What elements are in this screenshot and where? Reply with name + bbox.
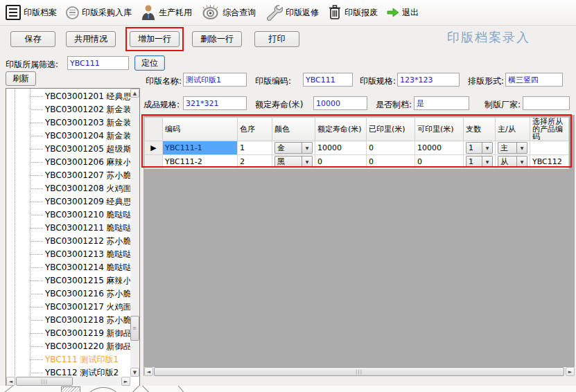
table-row[interactable]: ▶YBC111-11金▼100000100001▼主▼ [145,141,569,155]
toolbar-item-exit[interactable]: 退出 [387,7,419,19]
print-button[interactable]: 打印 [254,31,299,47]
scroll-left-icon[interactable]: ◄ [144,367,153,376]
tree-item[interactable]: YBC03001204 新金装老坛酸菜面 [6,130,130,143]
row-indicator-cell: ▶ [145,141,163,155]
tree-item[interactable]: YBC03001210 脆哒哒火鸡面55g [6,208,130,222]
toolbar-item-plate-repair[interactable]: 印版返修 [265,3,319,21]
printable-meters-cell[interactable]: 0 [415,155,464,169]
tree-item-label: YBC03001215 麻辣小龙虾55g15 [45,276,130,285]
toolbar-item-purchase-inbound[interactable]: 印版采购入库 [66,6,132,19]
tree-item[interactable]: YBC03001213 脆哒哒麻辣小龙虾 [6,248,130,261]
color-cell[interactable]: 黑▼ [272,155,315,169]
tree-item[interactable]: YBC03001202 新金装红烧牛肉面 [6,103,130,116]
chevron-down-icon[interactable]: ▼ [482,157,492,167]
toolbar-item-production-consumption[interactable]: 生产耗用 [141,4,192,21]
panel-horizontal-scrollbar[interactable]: ◄ ► ||| [144,367,575,376]
color-combo[interactable]: 黑▼ [274,156,313,168]
code-cell[interactable]: YBC111-1 [163,141,238,155]
chevron-down-icon[interactable]: ▼ [516,157,527,167]
scroll-down-icon[interactable]: ▼ [130,368,139,377]
tree-item[interactable]: YBC03001203 新金装香辣牛肉面 [6,116,130,130]
tree-item[interactable]: YBC03001208 火鸡面劲爆火鸡5 [6,182,130,195]
save-button[interactable]: 保存 [10,31,55,47]
tree-item-label: YBC03001220 新御品思圆红烧牛 [45,341,130,351]
plate-code-input[interactable]: YBC111 [303,73,353,87]
color-seq-cell[interactable]: 2 [238,155,272,169]
toolbar-item-comprehensive-query[interactable]: 综合查询 [201,4,256,21]
refresh-button[interactable]: 刷新 [6,71,36,86]
plate-maker-input[interactable] [523,96,570,110]
toolbar-item-plate-archive[interactable]: 印版档案 [6,5,57,20]
count-combo[interactable]: 1▼ [466,142,493,154]
product-spec-label: 成品规格: [143,99,180,111]
delete-row-button[interactable]: 删除一行 [192,31,242,47]
is-archived-input[interactable]: 是 [414,96,469,110]
scroll-right-icon[interactable]: ► [566,367,575,376]
printed-meters-cell[interactable]: 0 [367,141,415,155]
locate-button[interactable]: 定位 [134,55,165,71]
master-slave-combo[interactable]: 主▼ [498,142,527,154]
plate-name-input[interactable]: 测试印版1 [183,73,247,87]
master-slave-combo[interactable]: 从▼ [498,156,527,168]
color-seq-cell[interactable]: 1 [238,141,272,155]
toolbar-item-plate-scrap[interactable]: 印版报废 [328,4,378,21]
table-row[interactable]: YBC111-22黑▼0001▼从▼YBC112 [145,155,569,169]
master-slave-cell[interactable]: 主▼ [496,141,530,155]
tree-item-label: YBC03001217 火鸡面劲爆火鸡5 [45,302,130,312]
chevron-down-icon[interactable]: ▼ [482,143,492,153]
exit-arrow-icon [387,7,399,18]
tree-item[interactable]: YBC03001206 麻辣小龙虾55g [6,156,130,169]
scroll-right-icon[interactable]: ► [121,377,130,386]
tree-item[interactable]: YBC03001211 脆哒哒麻辣小龙虾 [6,222,130,235]
color-cell[interactable]: 金▼ [272,141,315,155]
rated-life-input[interactable]: 10000 [313,96,367,110]
rated-life-cell[interactable]: 10000 [315,141,367,155]
tree-item-label: YBC03001219 新御品思圆香辣牛 [45,328,130,338]
tree-item-label: YBC112 测试印版2 [45,368,119,377]
tree-item[interactable]: YBC03001219 新御品思圆香辣牛 [6,327,130,340]
scroll-up-icon[interactable]: ▲ [130,89,139,98]
plate-filter-input[interactable]: YBC111 [67,56,129,70]
printable-meters-cell[interactable]: 10000 [415,141,464,155]
color-combo[interactable]: 金▼ [274,142,313,154]
tree-item[interactable]: YBC03001218 苏小脆新奥尔良鸡 [6,314,130,327]
tree-hscrollbar-thumb[interactable]: ||| [16,377,73,386]
detail-grid[interactable]: 编码色序颜色额定寿命(米)已印里(米)可印里(米)支数主/从选择所从的产品编码 … [144,117,569,169]
count-combo[interactable]: 1▼ [466,156,493,168]
tree-item[interactable]: YBC03001201 经典思圆香辣牛肉 [6,90,130,103]
add-row-button[interactable]: 增加一行 [130,31,180,47]
master-code-cell[interactable] [530,141,569,155]
plate-spec-input[interactable]: 123*123 [397,73,460,87]
tree-horizontal-scrollbar[interactable]: ◄ ► ||| [6,377,130,386]
count-cell[interactable]: 1▼ [464,155,496,169]
master-code-cell[interactable]: YBC112 [530,155,569,169]
tree-item[interactable]: YBC03001212 苏小脆新奥尔良鸡 [6,235,130,248]
rated-life-cell[interactable]: 0 [315,155,367,169]
toolbar-label: 生产耗用 [159,7,192,19]
tree-item[interactable]: YBC111 测试印版1 [6,353,130,366]
tree-vertical-scrollbar[interactable]: ▲ ▼ ≡ [130,89,139,377]
panel-hscrollbar-thumb[interactable]: ||| [154,367,564,376]
tree-item[interactable]: YBC03001209 经典思圆浓香排骨 [6,195,130,208]
chevron-down-icon[interactable]: ▼ [302,157,312,167]
tree-item[interactable]: YBC03001216 苏小脆川辣牛肉5 [6,287,130,301]
product-spec-input[interactable]: 321*321 [183,96,247,110]
tree-item[interactable]: YBC03001214 脆哒哒火鸡面55g [6,261,130,274]
tree-item-label: YBC03001207 苏小脆川辣牛肉5 [45,170,130,180]
scroll-left-icon[interactable]: ◄ [6,377,15,386]
tree-item[interactable]: YBC03001217 火鸡面劲爆火鸡5 [6,301,130,314]
tree-item[interactable]: YBC03001207 苏小脆川辣牛肉5 [6,169,130,182]
chevron-down-icon[interactable]: ▼ [302,143,312,153]
tree-item[interactable]: YBC03001205 超级斯美特香牛 [6,143,130,156]
tree-item[interactable]: YBC03001215 麻辣小龙虾55g15 [6,274,130,287]
code-cell[interactable]: YBC111-2 [163,155,238,169]
chevron-down-icon[interactable]: ▼ [516,143,527,153]
shared-usage-button[interactable]: 共用情况 [66,31,116,47]
tree-scrollbar-thumb[interactable]: ≡ [130,316,139,341]
tree-item[interactable]: YBC03001220 新御品思圆红烧牛 [6,340,130,353]
layout-form-input[interactable]: 横三竖四 [505,73,563,87]
master-slave-cell[interactable]: 从▼ [496,155,530,169]
count-cell[interactable]: 1▼ [464,141,496,155]
diagonal-line-shape [0,386,21,392]
printed-meters-cell[interactable]: 0 [367,155,415,169]
